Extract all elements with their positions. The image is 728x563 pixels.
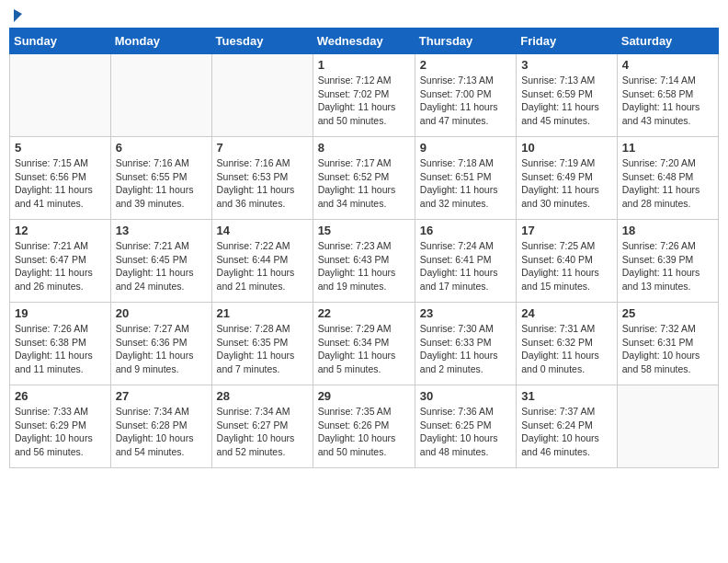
calendar-cell: [110, 54, 211, 137]
day-info: Sunrise: 7:19 AM Sunset: 6:49 PM Dayligh…: [521, 156, 612, 211]
day-info: Sunrise: 7:33 AM Sunset: 6:29 PM Dayligh…: [15, 405, 106, 459]
day-info: Sunrise: 7:21 AM Sunset: 6:47 PM Dayligh…: [15, 239, 106, 293]
day-number: 27: [116, 389, 207, 403]
day-info: Sunrise: 7:35 AM Sunset: 6:26 PM Dayligh…: [318, 405, 410, 459]
weekday-header-friday: Friday: [517, 29, 618, 54]
day-number: 4: [622, 58, 713, 72]
day-info: Sunrise: 7:34 AM Sunset: 6:27 PM Dayligh…: [217, 405, 308, 459]
calendar-cell: 19Sunrise: 7:26 AM Sunset: 6:38 PM Dayli…: [10, 303, 111, 385]
calendar-cell: 17Sunrise: 7:25 AM Sunset: 6:40 PM Dayli…: [517, 220, 618, 303]
day-info: Sunrise: 7:22 AM Sunset: 6:44 PM Dayligh…: [217, 239, 308, 293]
day-number: 25: [622, 306, 713, 320]
calendar-cell: 5Sunrise: 7:15 AM Sunset: 6:56 PM Daylig…: [10, 137, 111, 220]
calendar-cell: 7Sunrise: 7:16 AM Sunset: 6:53 PM Daylig…: [211, 137, 313, 220]
calendar-cell: 4Sunrise: 7:14 AM Sunset: 6:58 PM Daylig…: [617, 54, 718, 137]
day-number: 24: [521, 306, 612, 320]
day-number: 1: [318, 58, 410, 72]
day-number: 17: [521, 224, 612, 237]
weekday-header-saturday: Saturday: [617, 29, 718, 54]
weekday-header-monday: Monday: [110, 29, 211, 54]
calendar-cell: 27Sunrise: 7:34 AM Sunset: 6:28 PM Dayli…: [110, 385, 211, 468]
day-number: 11: [622, 141, 713, 155]
calendar-week-row: 26Sunrise: 7:33 AM Sunset: 6:29 PM Dayli…: [10, 385, 719, 468]
day-number: 16: [420, 224, 511, 237]
day-number: 13: [116, 224, 207, 237]
day-number: 14: [217, 224, 308, 237]
calendar-week-row: 5Sunrise: 7:15 AM Sunset: 6:56 PM Daylig…: [10, 137, 719, 220]
day-info: Sunrise: 7:32 AM Sunset: 6:31 PM Dayligh…: [622, 322, 713, 376]
calendar-week-row: 12Sunrise: 7:21 AM Sunset: 6:47 PM Dayli…: [10, 220, 719, 303]
day-info: Sunrise: 7:13 AM Sunset: 7:00 PM Dayligh…: [420, 74, 511, 128]
day-info: Sunrise: 7:28 AM Sunset: 6:35 PM Dayligh…: [217, 322, 308, 376]
calendar-cell: 20Sunrise: 7:27 AM Sunset: 6:36 PM Dayli…: [110, 303, 211, 385]
day-number: 31: [521, 389, 612, 403]
day-number: 29: [318, 389, 410, 403]
day-info: Sunrise: 7:21 AM Sunset: 6:45 PM Dayligh…: [116, 239, 207, 293]
day-number: 21: [217, 306, 308, 320]
calendar-header-row: SundayMondayTuesdayWednesdayThursdayFrid…: [10, 29, 719, 54]
day-number: 19: [15, 306, 106, 320]
day-number: 10: [521, 141, 612, 155]
calendar-cell: 13Sunrise: 7:21 AM Sunset: 6:45 PM Dayli…: [110, 220, 211, 303]
day-info: Sunrise: 7:23 AM Sunset: 6:43 PM Dayligh…: [318, 239, 410, 293]
calendar-cell: 3Sunrise: 7:13 AM Sunset: 6:59 PM Daylig…: [517, 54, 618, 137]
calendar-cell: [211, 54, 313, 137]
day-info: Sunrise: 7:26 AM Sunset: 6:38 PM Dayligh…: [15, 322, 106, 376]
weekday-header-thursday: Thursday: [415, 29, 516, 54]
calendar-cell: 22Sunrise: 7:29 AM Sunset: 6:34 PM Dayli…: [313, 303, 415, 385]
day-number: 8: [318, 141, 410, 155]
day-info: Sunrise: 7:15 AM Sunset: 6:56 PM Dayligh…: [15, 156, 106, 211]
day-info: Sunrise: 7:26 AM Sunset: 6:39 PM Dayligh…: [622, 239, 713, 293]
day-info: Sunrise: 7:25 AM Sunset: 6:40 PM Dayligh…: [521, 239, 612, 293]
calendar-cell: 1Sunrise: 7:12 AM Sunset: 7:02 PM Daylig…: [313, 54, 415, 137]
day-info: Sunrise: 7:24 AM Sunset: 6:41 PM Dayligh…: [420, 239, 511, 293]
day-number: 12: [15, 224, 106, 237]
page-header: [9, 9, 719, 22]
day-number: 26: [15, 389, 106, 403]
day-info: Sunrise: 7:17 AM Sunset: 6:52 PM Dayligh…: [318, 156, 410, 211]
day-number: 15: [318, 224, 410, 237]
calendar-cell: 12Sunrise: 7:21 AM Sunset: 6:47 PM Dayli…: [10, 220, 111, 303]
calendar-cell: 25Sunrise: 7:32 AM Sunset: 6:31 PM Dayli…: [617, 303, 718, 385]
day-number: 28: [217, 389, 308, 403]
day-number: 22: [318, 306, 410, 320]
weekday-header-sunday: Sunday: [10, 29, 111, 54]
day-number: 3: [521, 58, 612, 72]
calendar-cell: 8Sunrise: 7:17 AM Sunset: 6:52 PM Daylig…: [313, 137, 415, 220]
weekday-header-tuesday: Tuesday: [211, 29, 313, 54]
day-number: 20: [116, 306, 207, 320]
weekday-header-wednesday: Wednesday: [313, 29, 415, 54]
day-info: Sunrise: 7:16 AM Sunset: 6:53 PM Dayligh…: [217, 156, 308, 211]
day-info: Sunrise: 7:37 AM Sunset: 6:24 PM Dayligh…: [521, 405, 612, 459]
calendar-cell: 9Sunrise: 7:18 AM Sunset: 6:51 PM Daylig…: [415, 137, 516, 220]
calendar-cell: 14Sunrise: 7:22 AM Sunset: 6:44 PM Dayli…: [211, 220, 313, 303]
day-info: Sunrise: 7:31 AM Sunset: 6:32 PM Dayligh…: [521, 322, 612, 376]
calendar-cell: 29Sunrise: 7:35 AM Sunset: 6:26 PM Dayli…: [313, 385, 415, 468]
day-number: 23: [420, 306, 511, 320]
calendar-cell: 30Sunrise: 7:36 AM Sunset: 6:25 PM Dayli…: [415, 385, 516, 468]
day-info: Sunrise: 7:12 AM Sunset: 7:02 PM Dayligh…: [318, 74, 410, 128]
calendar-cell: [617, 385, 718, 468]
calendar-week-row: 19Sunrise: 7:26 AM Sunset: 6:38 PM Dayli…: [10, 303, 719, 385]
logo-triangle-icon: [14, 9, 22, 22]
day-number: 6: [116, 141, 207, 155]
calendar-cell: 2Sunrise: 7:13 AM Sunset: 7:00 PM Daylig…: [415, 54, 516, 137]
calendar-cell: 24Sunrise: 7:31 AM Sunset: 6:32 PM Dayli…: [517, 303, 618, 385]
calendar-cell: 21Sunrise: 7:28 AM Sunset: 6:35 PM Dayli…: [211, 303, 313, 385]
calendar-cell: 18Sunrise: 7:26 AM Sunset: 6:39 PM Dayli…: [617, 220, 718, 303]
day-number: 9: [420, 141, 511, 155]
calendar-cell: 31Sunrise: 7:37 AM Sunset: 6:24 PM Dayli…: [517, 385, 618, 468]
calendar-cell: [10, 54, 111, 137]
day-info: Sunrise: 7:13 AM Sunset: 6:59 PM Dayligh…: [521, 74, 612, 128]
day-number: 5: [15, 141, 106, 155]
calendar-table: SundayMondayTuesdayWednesdayThursdayFrid…: [9, 28, 719, 468]
day-number: 7: [217, 141, 308, 155]
day-info: Sunrise: 7:36 AM Sunset: 6:25 PM Dayligh…: [420, 405, 511, 459]
calendar-cell: 23Sunrise: 7:30 AM Sunset: 6:33 PM Dayli…: [415, 303, 516, 385]
day-info: Sunrise: 7:18 AM Sunset: 6:51 PM Dayligh…: [420, 156, 511, 211]
day-info: Sunrise: 7:30 AM Sunset: 6:33 PM Dayligh…: [420, 322, 511, 376]
calendar-cell: 10Sunrise: 7:19 AM Sunset: 6:49 PM Dayli…: [517, 137, 618, 220]
day-info: Sunrise: 7:29 AM Sunset: 6:34 PM Dayligh…: [318, 322, 410, 376]
day-info: Sunrise: 7:27 AM Sunset: 6:36 PM Dayligh…: [116, 322, 207, 376]
day-info: Sunrise: 7:14 AM Sunset: 6:58 PM Dayligh…: [622, 74, 713, 128]
